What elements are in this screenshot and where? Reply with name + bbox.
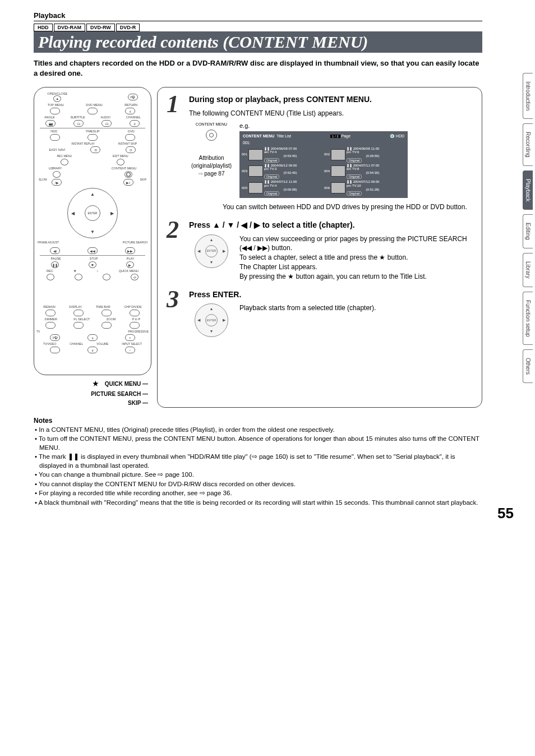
step-3-num: 3 [167,289,185,338]
title-list-cell: 001❚❚ 2004/06/08 07:00am TV:4(0:53:45)Or… [242,147,323,163]
side-tab[interactable]: Function setup [523,292,533,345]
notes-section: Notes In a CONTENT MENU, titles (Origina… [34,417,482,508]
step-1-after: You can switch between HDD and DVD drive… [223,202,473,212]
side-tab[interactable]: Recording [523,123,533,166]
step-1-num: 1 [167,94,185,212]
content-menu-icon [206,130,217,141]
remote-diagram: OPEN/CLOSE▲I/⏻ TOP MENUDVD MENURETURN ∧ … [34,87,151,375]
media-dvdrw: DVD-RW [86,24,115,31]
note-item: A black thumbnail with "Recording" means… [34,499,482,508]
title-list-cell: 004❚❚ 2004/07/11 07:00am TV:8(0:54:30)Or… [324,164,405,179]
step-2-head: Press ▲ / ▼ / ◀ / ▶ to select a title (c… [189,220,473,231]
media-labels: HDD DVD-RAM DVD-RW DVD-R [34,24,482,31]
media-dvdr: DVD-R [116,24,140,31]
page-title: Playing recorded contents (CONTENT MENU) [34,31,482,53]
side-tab[interactable]: Introduction [523,73,533,119]
step-3-head: Press ENTER. [189,289,473,301]
intro-text: Titles and chapters recorded on the HDD … [34,58,482,79]
step-1-line1: The following CONTENT MENU (Title List) … [189,109,473,118]
attribution-l1: Attribution [189,154,234,162]
page-number: 55 [497,505,514,522]
attribution-l3: page 87 [204,170,224,177]
step-2-body: You can view succeeding or prior pages b… [239,234,473,282]
title-list-cell: 003❚❚ 2004/06/12 09:00pm TV:3(0:52:40)Or… [242,164,323,179]
title-list-cell: 005❚❚ 2004/07/12 11:00pm TV:4(0:00:08)Or… [242,180,323,196]
step-2-num: 2 [167,220,185,282]
note-item: To turn off the CONTENT MENU, press the … [34,435,482,452]
note-item: For playing a recorded title while recor… [34,489,482,498]
section-header: Playback [34,11,482,21]
eg-label: e.g. [239,122,408,130]
side-tab[interactable]: Playback [523,170,533,210]
title-list-cell: 002❚❚ 2004/06/08 11:00pm TV:6(0:29:50)Or… [324,147,405,163]
steps-panel: 1 During stop or playback, press CONTENT… [157,87,482,407]
title-list-cell: 006❚❚ 2004/07/12 09:00pm TV:10(0:51:28)O… [324,180,405,196]
side-tab[interactable]: Others [523,349,533,383]
nav-mini-enter-icon: ▲ ▼ ◀ ▶ ENTER [195,303,228,337]
nav-mini-icon: ▲ ▼ ◀ ▶ ENTER [195,234,228,268]
notes-head: Notes [34,417,482,425]
side-tab[interactable]: Library [523,253,533,287]
note-item: In a CONTENT MENU, titles (Original) pre… [34,426,482,435]
note-item: You can change a thumbnail picture. See … [34,471,482,480]
remote-callouts: ★ QUICK MENU — PICTURE SEARCH — SKIP — [34,379,151,407]
note-item: The mark ❚❚ is displayed in every thumbn… [34,453,482,470]
side-tab[interactable]: Editing [523,214,533,248]
note-item: You cannot display the CONTENT MENU for … [34,480,482,489]
media-hdd: HDD [34,24,53,31]
side-tabs: IntroductionRecordingPlaybackEditingLibr… [523,73,535,388]
step-1-head: During stop or playback, press CONTENT M… [189,94,473,105]
step-3-body: Playback starts from a selected title (c… [239,303,376,313]
title-list-screenshot: CONTENT MENU Title List 1 / 2 Page 💽 HDD… [239,131,408,198]
nav-pad: ▲ ▼ ◀ ▶ ENTER [67,188,118,238]
media-dvdram: DVD-RAM [54,24,86,31]
attribution-l2: (original/playlist) [189,162,234,170]
